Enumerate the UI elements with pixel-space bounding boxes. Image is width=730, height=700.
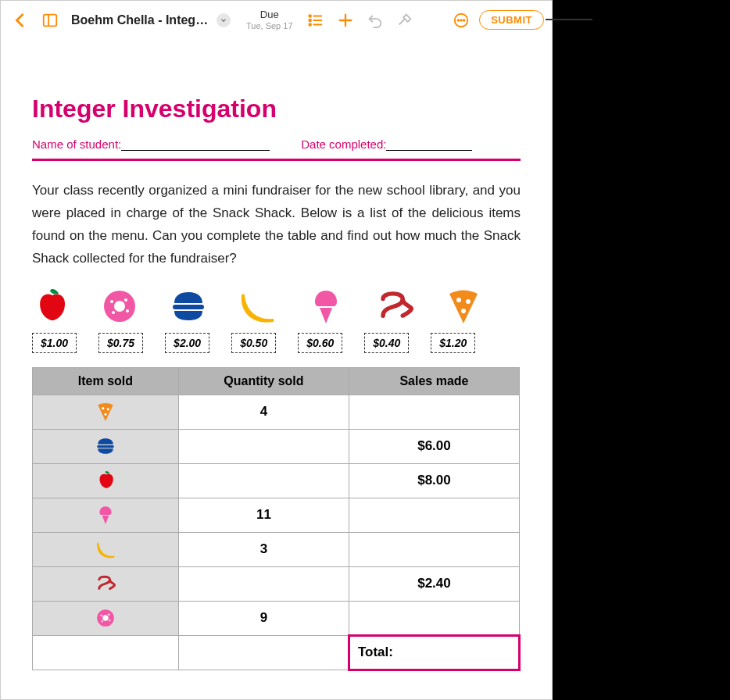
document-title: Boehm Chella - Integers I… xyxy=(71,13,212,27)
item-cell xyxy=(33,429,179,463)
table-row: 11 xyxy=(33,498,520,532)
field-row: Name of student: Date completed: xyxy=(32,138,521,151)
burger-icon xyxy=(170,288,207,325)
svg-rect-10 xyxy=(44,14,57,26)
svg-point-22 xyxy=(458,20,460,21)
qty-cell[interactable]: 4 xyxy=(178,395,349,429)
price-icecream: $0.60 xyxy=(298,333,342,353)
date-label: Date completed: xyxy=(301,138,386,151)
total-row: Total: xyxy=(33,635,520,670)
hammer-icon[interactable] xyxy=(393,9,417,32)
submit-button[interactable]: SUBMIT xyxy=(479,10,544,30)
qty-cell[interactable] xyxy=(178,566,349,601)
document-title-block[interactable]: Boehm Chella - Integers I… xyxy=(71,13,231,27)
svg-point-23 xyxy=(460,20,462,21)
due-date-block: Due Tue, Sep 17 xyxy=(246,9,293,30)
callout-line xyxy=(546,19,592,20)
price-donut: $0.75 xyxy=(98,333,143,353)
undo-icon[interactable] xyxy=(363,9,387,32)
app-window: Boehm Chella - Integers I… Due Tue, Sep … xyxy=(0,0,553,700)
total-blank-2 xyxy=(178,635,349,670)
apple-icon xyxy=(32,288,70,325)
th-item: Item sold xyxy=(33,367,179,395)
sales-cell[interactable] xyxy=(349,532,519,566)
item-cell xyxy=(33,566,179,601)
svg-point-24 xyxy=(463,20,465,21)
qty-cell[interactable]: 9 xyxy=(178,601,349,635)
more-icon[interactable] xyxy=(449,9,473,32)
sidebar-icon[interactable] xyxy=(38,9,62,32)
item-cell xyxy=(33,463,179,498)
svg-point-14 xyxy=(309,19,311,21)
sales-cell[interactable]: $2.40 xyxy=(349,566,519,601)
chevron-down-icon[interactable] xyxy=(216,13,231,27)
price-pretzel: $0.40 xyxy=(364,333,409,353)
doc-title: Integer Investigation xyxy=(32,95,521,123)
date-blank[interactable] xyxy=(386,140,472,151)
menu-icon-row xyxy=(32,284,521,333)
pizza-icon xyxy=(445,288,482,325)
name-blank[interactable] xyxy=(121,140,270,151)
banana-icon xyxy=(238,288,276,325)
sales-cell[interactable] xyxy=(349,601,519,635)
pretzel-icon xyxy=(376,288,413,325)
th-qty: Quantity sold xyxy=(178,367,349,395)
apple-icon xyxy=(95,473,116,488)
price-pizza: $1.20 xyxy=(431,333,475,353)
sales-cell[interactable]: $8.00 xyxy=(349,463,519,498)
date-field: Date completed: xyxy=(301,138,472,151)
sales-cell[interactable] xyxy=(349,498,519,532)
donut-icon xyxy=(101,288,138,325)
name-label: Name of student: xyxy=(32,138,121,151)
table-row: 9 xyxy=(33,601,520,635)
price-burger: $2.00 xyxy=(165,333,209,353)
item-cell xyxy=(33,601,179,635)
svg-line-20 xyxy=(399,19,404,24)
svg-point-16 xyxy=(309,23,311,26)
pretzel-icon xyxy=(95,576,116,591)
donut-icon xyxy=(95,610,116,625)
due-date: Tue, Sep 17 xyxy=(246,21,293,30)
sales-cell[interactable]: $6.00 xyxy=(349,429,519,463)
qty-cell[interactable] xyxy=(178,463,349,498)
table-row: 3 xyxy=(33,532,520,566)
table-row: $2.40 xyxy=(33,566,520,601)
th-sales: Sales made xyxy=(349,367,519,395)
svg-point-12 xyxy=(309,15,311,17)
student-name-field: Name of student: xyxy=(32,138,270,151)
qty-cell[interactable]: 11 xyxy=(178,498,349,532)
item-cell xyxy=(33,532,179,566)
item-cell xyxy=(33,395,179,429)
icecream-icon xyxy=(95,507,116,522)
toolbar: Boehm Chella - Integers I… Due Tue, Sep … xyxy=(1,1,552,40)
banana-icon xyxy=(95,541,116,556)
qty-cell[interactable] xyxy=(178,429,349,463)
table-row: $8.00 xyxy=(33,463,520,498)
icecream-icon xyxy=(307,288,345,325)
back-icon[interactable] xyxy=(9,9,32,32)
list-icon[interactable] xyxy=(304,9,327,32)
pizza-icon xyxy=(95,404,116,419)
due-label: Due xyxy=(246,9,293,20)
total-blank-1 xyxy=(33,635,179,670)
sales-cell[interactable] xyxy=(349,395,519,429)
burger-icon xyxy=(95,438,116,453)
price-row: $1.00$0.75$2.00$0.50$0.60$0.40$1.20 xyxy=(32,333,521,353)
sales-table: Item sold Quantity sold Sales made 4$6.0… xyxy=(32,367,521,671)
table-row: $6.00 xyxy=(33,429,520,463)
item-cell xyxy=(33,498,179,532)
price-banana: $0.50 xyxy=(231,333,276,353)
qty-cell[interactable]: 3 xyxy=(178,532,349,566)
total-cell[interactable]: Total: xyxy=(349,635,519,670)
divider xyxy=(32,159,521,161)
price-apple: $1.00 xyxy=(32,333,77,353)
add-icon[interactable] xyxy=(334,9,357,32)
intro-paragraph: Your class recently organized a mini fun… xyxy=(32,180,521,270)
table-row: 4 xyxy=(33,395,520,429)
document-body: Integer Investigation Name of student: D… xyxy=(1,40,552,687)
